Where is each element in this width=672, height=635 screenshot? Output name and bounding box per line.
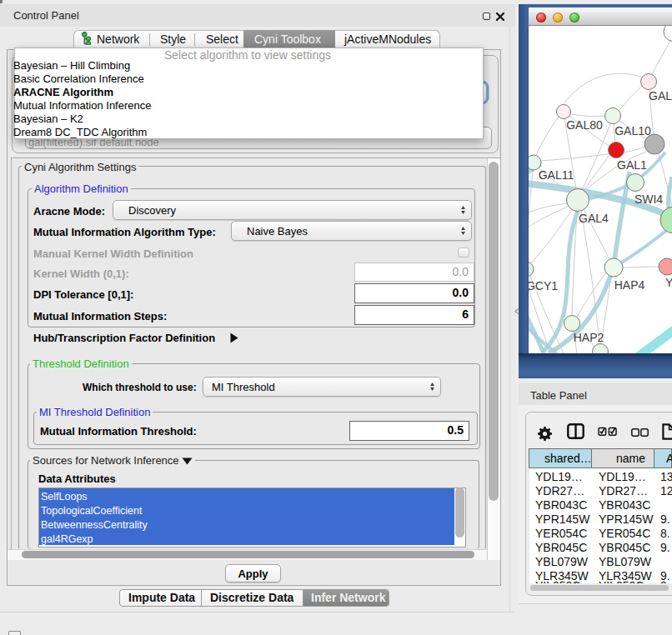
svg-text:GAL7: GAL7: [649, 89, 672, 102]
svg-text:HAP2: HAP2: [574, 331, 604, 344]
svg-text:SWI4: SWI4: [634, 192, 663, 206]
svg-text:GAL10: GAL10: [614, 124, 651, 138]
svg-text:GCY1: GCY1: [529, 279, 558, 292]
svg-text:GAL1: GAL1: [617, 158, 647, 172]
svg-text:HAP4: HAP4: [614, 278, 645, 292]
svg-text:GAL4: GAL4: [579, 212, 609, 225]
svg-text:GAL80: GAL80: [566, 118, 603, 132]
svg-text:GAL11: GAL11: [539, 168, 574, 182]
svg-text:Y: Y: [665, 276, 672, 289]
